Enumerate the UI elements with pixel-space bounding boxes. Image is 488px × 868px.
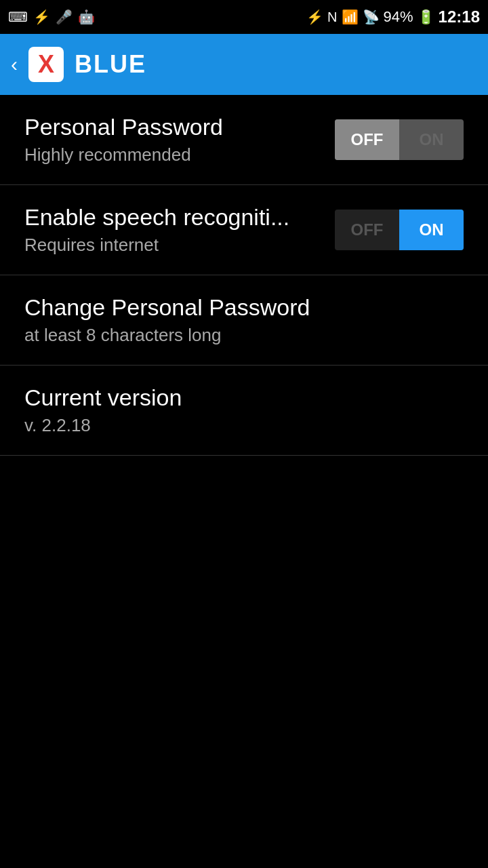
current-version-title: Current version	[24, 384, 464, 411]
toggle-off-label: OFF	[335, 119, 399, 160]
status-time: 12:18	[439, 7, 480, 26]
battery-percentage: 94%	[384, 8, 413, 26]
status-bar-left-icons: ⌨ ⚡ 🎤 🤖	[8, 9, 95, 25]
app-logo: X	[28, 47, 64, 82]
code-icon: ⌨	[8, 9, 28, 25]
speech-recognition-subtitle: Requires internet	[24, 235, 335, 256]
speech-recognition-toggle[interactable]: OFF ON	[335, 210, 464, 250]
change-password-title: Change Personal Password	[24, 294, 464, 321]
signal-icon: 📡	[363, 9, 380, 25]
app-bar-title: BLUE	[75, 50, 146, 79]
current-version-subtitle: v. 2.2.18	[24, 415, 464, 436]
change-password-subtitle: at least 8 characters long	[24, 325, 464, 346]
toggle-on-label: ON	[399, 210, 464, 250]
settings-item-speech-recognition[interactable]: Enable speech recogniti... Requires inte…	[0, 185, 488, 275]
app-bar: ‹ X BLUE	[0, 34, 488, 95]
mic-icon: 🎤	[56, 9, 73, 25]
usb-icon: ⚡	[33, 9, 50, 25]
settings-item-text-personal-password: Personal Password Highly recommended	[24, 114, 335, 165]
battery-icon: 🔋	[418, 9, 434, 25]
settings-list: Personal Password Highly recommended OFF…	[0, 95, 488, 456]
bluetooth-icon: ⚡	[306, 9, 323, 25]
wifi-icon: 📶	[342, 9, 359, 25]
logo-x-letter: X	[38, 52, 54, 77]
settings-item-change-password[interactable]: Change Personal Password at least 8 char…	[0, 275, 488, 366]
personal-password-toggle[interactable]: OFF ON	[335, 119, 464, 160]
status-bar: ⌨ ⚡ 🎤 🤖 ⚡ N 📶 📡 94% 🔋 12:18	[0, 0, 488, 34]
toggle-off-dim-label: OFF	[335, 210, 399, 250]
settings-item-current-version: Current version v. 2.2.18	[0, 366, 488, 456]
settings-item-text-change-password: Change Personal Password at least 8 char…	[24, 294, 464, 346]
logo-background: X	[28, 47, 64, 82]
settings-item-text-speech: Enable speech recogniti... Requires inte…	[24, 204, 335, 256]
nfc-icon: N	[327, 9, 337, 25]
speech-recognition-title: Enable speech recogniti...	[24, 204, 335, 231]
personal-password-subtitle: Highly recommended	[24, 144, 335, 165]
settings-item-text-version: Current version v. 2.2.18	[24, 384, 464, 436]
status-bar-right-icons: ⚡ N 📶 📡 94% 🔋 12:18	[306, 7, 480, 26]
back-button[interactable]: ‹	[11, 53, 18, 76]
settings-item-personal-password[interactable]: Personal Password Highly recommended OFF…	[0, 95, 488, 185]
toggle-on-dim-label: ON	[399, 119, 464, 160]
personal-password-title: Personal Password	[24, 114, 335, 140]
android-icon: 🤖	[78, 9, 95, 25]
